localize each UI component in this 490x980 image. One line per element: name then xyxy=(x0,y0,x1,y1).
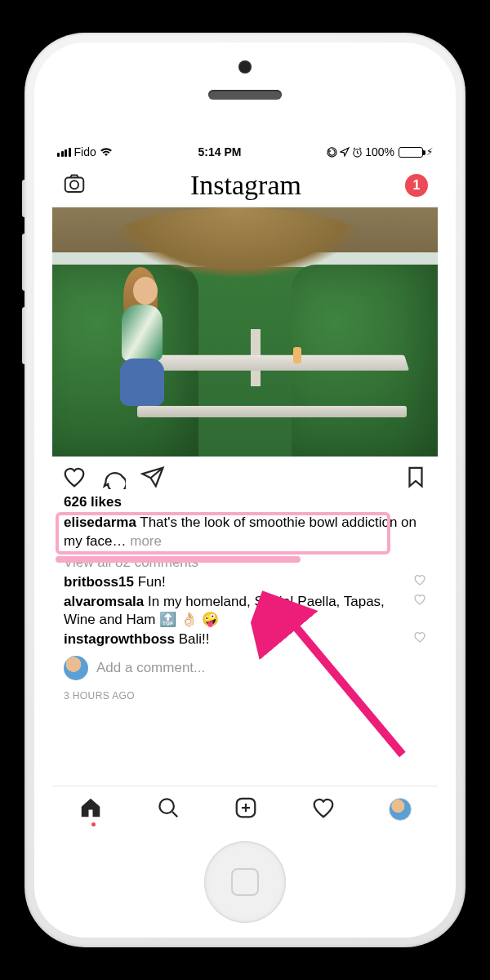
post-image[interactable] xyxy=(52,207,438,457)
svg-point-3 xyxy=(70,180,78,189)
camera-icon[interactable] xyxy=(62,172,87,199)
comment-username[interactable]: britboss15 xyxy=(64,574,134,590)
share-icon[interactable] xyxy=(140,465,165,492)
app-logo: Instagram xyxy=(190,170,301,201)
caption-username[interactable]: elisedarma xyxy=(64,514,136,530)
comment-username[interactable]: alvaromsala xyxy=(64,594,144,609)
svg-rect-2 xyxy=(65,177,84,192)
alarm-icon xyxy=(352,147,363,158)
like-comment-icon[interactable] xyxy=(413,630,426,648)
feed: 626 likes elisedarma That's the look of … xyxy=(52,207,438,786)
rotation-lock-icon xyxy=(327,147,337,158)
clock: 5:14 PM xyxy=(198,145,242,158)
comment-row: instagrowthboss Bali!! xyxy=(52,630,438,649)
tab-activity-icon[interactable] xyxy=(311,795,336,823)
svg-point-4 xyxy=(160,799,175,813)
add-comment[interactable]: Add a comment... xyxy=(52,649,438,687)
side-button xyxy=(22,234,26,291)
notification-badge[interactable]: 1 xyxy=(405,174,428,197)
signal-icon xyxy=(57,148,71,157)
avatar xyxy=(64,656,88,680)
likes-count[interactable]: 626 likes xyxy=(52,494,438,514)
tab-indicator-dot xyxy=(91,822,96,826)
comment-row: alvaromsala In my homeland, Spain! Paell… xyxy=(52,592,438,630)
timestamp: 3 HOURS AGO xyxy=(52,687,438,708)
view-all-comments[interactable]: View all 82 comments xyxy=(52,551,438,572)
tab-home-icon[interactable] xyxy=(78,795,103,823)
tab-search-icon[interactable] xyxy=(156,795,180,823)
side-button xyxy=(22,180,26,217)
more-link[interactable]: more xyxy=(130,533,162,549)
location-icon xyxy=(340,147,350,157)
bookmark-icon[interactable] xyxy=(403,465,428,492)
screen: Fido 5:14 PM 100% xyxy=(52,140,438,831)
comment-row: britboss15 Fun! xyxy=(52,572,438,592)
comment-text: Fun! xyxy=(138,574,166,590)
charging-icon: ⚡︎ xyxy=(426,146,433,158)
post-actions xyxy=(52,457,438,494)
speaker-grille xyxy=(208,90,282,100)
comment-icon[interactable] xyxy=(101,465,126,492)
add-comment-placeholder: Add a comment... xyxy=(96,660,205,676)
battery-icon xyxy=(399,147,423,158)
phone-frame: Fido 5:14 PM 100% xyxy=(24,33,466,947)
battery-pct: 100% xyxy=(365,145,394,158)
comment-username[interactable]: instagrowthboss xyxy=(64,631,175,647)
like-icon[interactable] xyxy=(62,465,87,492)
home-button[interactable] xyxy=(204,841,286,923)
like-comment-icon[interactable] xyxy=(413,573,426,591)
phone-bezel: Fido 5:14 PM 100% xyxy=(34,42,456,938)
like-comment-icon[interactable] xyxy=(413,593,426,611)
tab-new-post-icon[interactable] xyxy=(234,795,258,823)
caption: elisedarma That's the look of smoothie b… xyxy=(52,514,438,551)
tab-profile-avatar[interactable] xyxy=(389,798,412,821)
carrier-label: Fido xyxy=(74,145,96,158)
side-button xyxy=(22,307,26,364)
status-bar: Fido 5:14 PM 100% xyxy=(52,140,438,163)
wifi-icon xyxy=(100,147,113,157)
app-header: Instagram 1 xyxy=(52,163,438,207)
comment-text: Bali!! xyxy=(179,631,210,647)
tab-bar xyxy=(52,786,438,831)
